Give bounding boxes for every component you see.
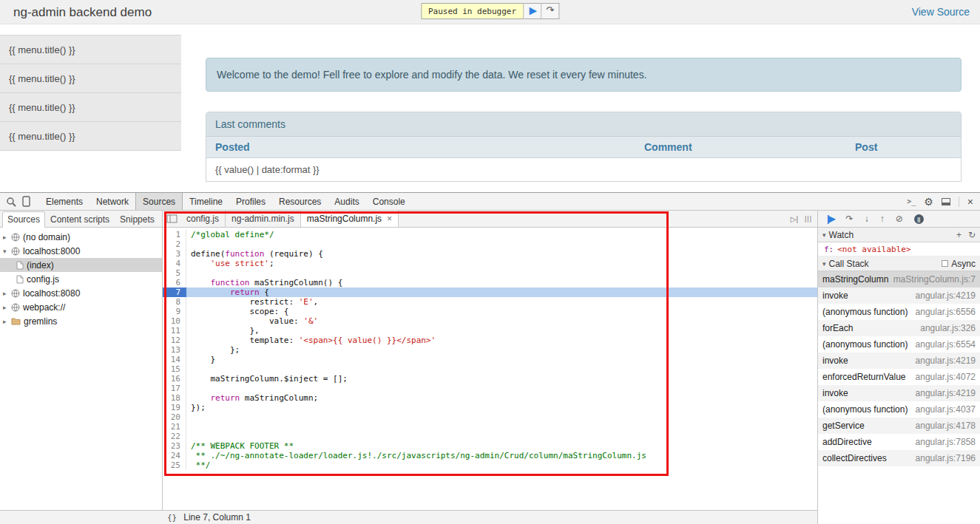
code-line[interactable]: 22 [163,432,817,441]
code-line[interactable]: 3define(function (require) { [163,249,817,259]
menu-item[interactable]: {{ menu.title() }} [0,93,181,122]
async-checkbox-group[interactable]: Async [942,259,976,269]
navigator-tab-sources[interactable]: Sources [2,211,45,228]
device-mode-icon[interactable] [22,196,30,207]
console-drawer-icon[interactable]: >_ [907,197,916,205]
watch-section-header[interactable]: ▾ Watch + ↻ [818,228,980,242]
line-number[interactable]: 13 [163,345,186,355]
line-number[interactable]: 22 [163,432,186,441]
code-line[interactable]: 17 [163,384,817,393]
tab-sources[interactable]: Sources [135,193,183,210]
call-stack-frame[interactable]: angular.js:4219invoke [818,353,980,369]
chevron-right-icon[interactable]: ▸ [3,290,11,297]
navigator-tab-content-scripts[interactable]: Content scripts [45,211,115,228]
line-number[interactable]: 19 [163,403,186,412]
code-line[interactable]: 25 **/ [163,460,817,470]
code-line[interactable]: 20 [163,412,817,422]
line-number[interactable]: 1 [163,230,186,239]
chevron-right-icon[interactable]: ▸ [3,318,11,325]
code-line[interactable]: 11 }, [163,326,817,336]
code-line[interactable]: 21 [163,422,817,432]
menu-item[interactable]: {{ menu.title() }} [0,122,181,151]
tree-item-webpack[interactable]: ▸ webpack:// [0,300,162,314]
panel-layout-icon[interactable]: ||| [805,215,812,222]
resume-script-icon[interactable]: |▶ [827,214,835,224]
code-line[interactable]: 24 ** ./~/ng-annotate-loader/loader.js!.… [163,451,817,460]
step-into-icon[interactable]: ↓ [865,214,869,224]
view-source-link[interactable]: View Source [912,6,970,18]
code-line[interactable]: 1/*global define*/ [163,230,817,239]
code-line[interactable]: 12 template: '<span>{{ value() }}</span>… [163,336,817,345]
call-stack-frame[interactable]: angular.js:326forEach [818,320,980,336]
menu-item[interactable]: {{ menu.title() }} [0,64,181,93]
code-line[interactable]: 6 function maStringColumn() { [163,278,817,287]
code-line[interactable]: 4 'use strict'; [163,259,817,268]
call-stack-frame[interactable]: angular.js:4219invoke [818,287,980,304]
line-number[interactable]: 7 [163,287,186,297]
line-number[interactable]: 6 [163,278,186,287]
tree-item-localhost-8080[interactable]: ▸ localhost:8080 [0,286,162,300]
code-line[interactable]: 15 [163,364,817,374]
navigator-tab-snippets[interactable]: Snippets [115,211,160,228]
chevron-right-icon[interactable]: ▸ [3,234,11,241]
tab-resources[interactable]: Resources [272,193,328,210]
line-number[interactable]: 15 [163,364,186,374]
code-line[interactable]: 5 [163,268,817,278]
call-stack-frame[interactable]: angular.js:4219invoke [818,385,980,401]
editor-tab-ng-admin-min-js[interactable]: ng-admin.min.js [226,211,301,227]
code-line[interactable]: 9 scope: { [163,307,817,316]
line-number[interactable]: 12 [163,336,186,345]
line-number[interactable]: 11 [163,326,186,336]
chevron-right-icon[interactable]: ▸ [3,304,11,311]
inspect-element-icon[interactable] [6,197,16,207]
code-line[interactable]: 14 } [163,355,817,364]
code-line[interactable]: 19}); [163,403,817,412]
line-number[interactable]: 20 [163,412,186,422]
tree-item-localhost-8000[interactable]: ▾ localhost:8000 [0,244,162,258]
call-stack-frame[interactable]: angular.js:4178getService [818,418,980,434]
deactivate-breakpoints-icon[interactable]: ⊘ [896,214,903,224]
tab-profiles[interactable]: Profiles [229,193,272,210]
add-watch-icon[interactable]: + [956,230,962,240]
code-line[interactable]: 10 value: '&' [163,316,817,326]
call-stack-frame[interactable]: angular.js:7196collectDirectives [818,450,980,466]
watch-expression-row[interactable]: f: <not available> [818,242,980,256]
call-stack-frame[interactable]: angular.js:4037(anonymous function) [818,401,980,418]
step-out-icon[interactable]: ↑ [880,214,885,224]
code-line[interactable]: 8 restrict: 'E', [163,297,817,307]
skip-icon[interactable]: ▷| [791,215,798,223]
column-header-posted[interactable]: Posted [206,141,635,153]
code-line[interactable]: 7 return { [163,287,817,297]
line-number[interactable]: 16 [163,374,186,384]
line-number[interactable]: 5 [163,268,186,278]
line-number[interactable]: 10 [163,316,186,326]
line-number[interactable]: 24 [163,451,186,460]
call-stack-frame[interactable]: angular.js:6554(anonymous function) [818,336,980,353]
close-tab-icon[interactable]: × [387,214,392,224]
tab-network[interactable]: Network [89,193,135,210]
call-stack-frame[interactable]: angular.js:6556(anonymous function) [818,304,980,320]
editor-tab-mastringcolumn-js[interactable]: maStringColumn.js × [301,211,399,227]
line-number[interactable]: 23 [163,441,186,451]
line-number[interactable]: 18 [163,393,186,403]
line-number[interactable]: 21 [163,422,186,432]
call-stack-section-header[interactable]: ▾ Call Stack Async [818,256,980,271]
line-number[interactable]: 4 [163,259,186,268]
tree-item-index[interactable]: (index) [0,258,162,272]
line-number[interactable]: 14 [163,355,186,364]
code-line[interactable]: 18 return maStringColumn; [163,393,817,403]
code-line[interactable]: 23/** WEBPACK FOOTER ** [163,441,817,451]
tree-item-gremlins[interactable]: ▸ gremlins [0,314,162,328]
line-number[interactable]: 25 [163,460,186,470]
menu-item[interactable]: {{ menu.title() }} [0,35,181,64]
code-line[interactable]: 2 [163,239,817,249]
call-stack-frame[interactable]: angular.js:4072enforcedReturnValue [818,369,980,385]
line-number[interactable]: 3 [163,249,186,259]
line-number[interactable]: 17 [163,384,186,393]
column-header-post[interactable]: Post [846,141,961,153]
banner-resume-button[interactable]: |▶ [524,3,541,19]
code-line[interactable]: 13 }; [163,345,817,355]
column-header-comment[interactable]: Comment [635,141,846,153]
pause-on-exceptions-icon[interactable]: || [914,214,924,224]
navigator-toggle-icon[interactable] [163,211,180,227]
